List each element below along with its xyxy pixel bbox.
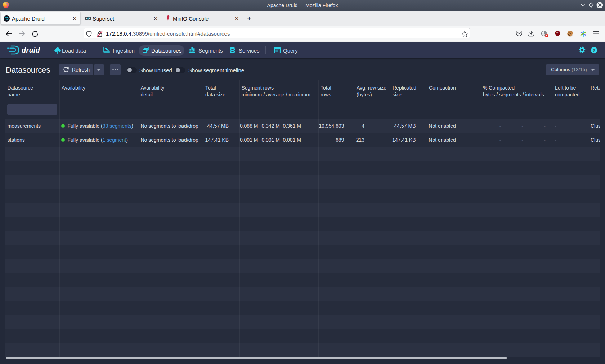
svg-text:?: ? <box>593 48 595 52</box>
svg-text:uO: uO <box>556 32 559 34</box>
